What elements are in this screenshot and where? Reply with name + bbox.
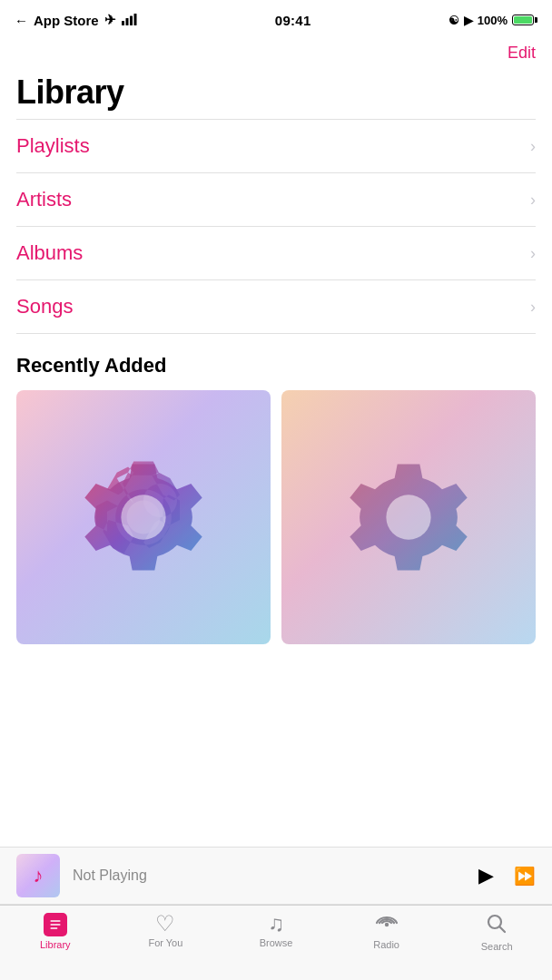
- album-grid: [0, 390, 552, 644]
- mini-player[interactable]: ♪ Not Playing ▶ ⏩: [0, 847, 552, 905]
- svg-point-5: [121, 495, 165, 539]
- status-time: 09:41: [275, 13, 311, 28]
- tab-library-label: Library: [40, 939, 71, 950]
- library-tab-icon: [44, 913, 67, 936]
- gear-icon-1b: [74, 447, 213, 587]
- songs-label: Songs: [16, 295, 73, 318]
- tab-for-you[interactable]: ♡ For You: [111, 913, 222, 948]
- tab-radio-label: Radio: [373, 939, 399, 950]
- radio-icon: [375, 913, 399, 936]
- svg-rect-0: [122, 21, 124, 25]
- tab-search[interactable]: Search: [441, 913, 552, 952]
- recently-added-header: Recently Added: [0, 334, 552, 390]
- playlists-label: Playlists: [16, 134, 90, 158]
- chevron-icon: ›: [530, 137, 536, 156]
- mini-player-info: Not Playing: [73, 867, 478, 884]
- music-note-icon: ♪: [34, 864, 44, 887]
- airplane-icon: ✈: [104, 12, 116, 28]
- recently-added-title: Recently Added: [16, 354, 536, 377]
- svg-point-10: [384, 923, 388, 926]
- edit-button-container: Edit: [0, 40, 552, 70]
- svg-line-12: [500, 927, 506, 933]
- album-card-2[interactable]: [281, 390, 536, 644]
- edit-button[interactable]: Edit: [508, 44, 536, 63]
- tab-library[interactable]: Library: [0, 913, 111, 950]
- mini-player-art: ♪: [16, 854, 60, 897]
- signal-icon: [122, 13, 138, 28]
- chevron-icon: ›: [530, 298, 536, 317]
- back-arrow-icon: ←: [15, 13, 28, 28]
- search-icon: [486, 913, 508, 938]
- songs-item[interactable]: Songs ›: [0, 280, 552, 333]
- mini-player-title: Not Playing: [73, 867, 147, 883]
- artists-item[interactable]: Artists ›: [0, 173, 552, 226]
- skip-forward-button[interactable]: ⏩: [514, 866, 536, 887]
- page-header: Library: [0, 70, 552, 119]
- tab-bar: Library ♡ For You ♫ Browse Radio Searc: [0, 905, 552, 980]
- tab-browse-label: Browse: [260, 937, 293, 948]
- svg-rect-3: [133, 14, 136, 25]
- albums-item[interactable]: Albums ›: [0, 227, 552, 279]
- tab-search-label: Search: [481, 941, 513, 952]
- svg-rect-9: [50, 927, 57, 929]
- lock-icon: ☯: [448, 14, 459, 27]
- svg-rect-8: [50, 924, 60, 926]
- status-bar: ← App Store ✈ 09:41 ☯ ▶ 100%: [0, 0, 552, 40]
- album-card-1[interactable]: [16, 390, 271, 644]
- tab-browse[interactable]: ♫ Browse: [221, 913, 331, 948]
- svg-point-6: [386, 495, 430, 539]
- music-note-tab-icon: ♫: [268, 913, 284, 935]
- playlists-item[interactable]: Playlists ›: [0, 120, 552, 172]
- tab-for-you-label: For You: [148, 937, 182, 948]
- battery-percent: 100%: [478, 14, 508, 27]
- artists-label: Artists: [16, 188, 72, 211]
- play-button[interactable]: ▶: [478, 864, 494, 887]
- svg-rect-2: [130, 15, 133, 25]
- gear-icon-2: [339, 447, 478, 587]
- tab-radio[interactable]: Radio: [331, 913, 442, 950]
- mini-player-controls: ▶ ⏩: [478, 864, 536, 887]
- location-icon: ▶: [464, 14, 473, 27]
- page-title: Library: [16, 74, 536, 112]
- status-left: ← App Store ✈: [15, 12, 138, 28]
- albums-label: Albums: [16, 241, 83, 265]
- chevron-icon: ›: [530, 191, 536, 210]
- svg-rect-1: [125, 18, 128, 25]
- app-store-label: App Store: [34, 13, 99, 28]
- svg-rect-7: [50, 920, 60, 922]
- heart-icon: ♡: [155, 913, 175, 935]
- battery-icon: [512, 15, 537, 25]
- status-right: ☯ ▶ 100%: [448, 14, 537, 27]
- chevron-icon: ›: [530, 244, 536, 263]
